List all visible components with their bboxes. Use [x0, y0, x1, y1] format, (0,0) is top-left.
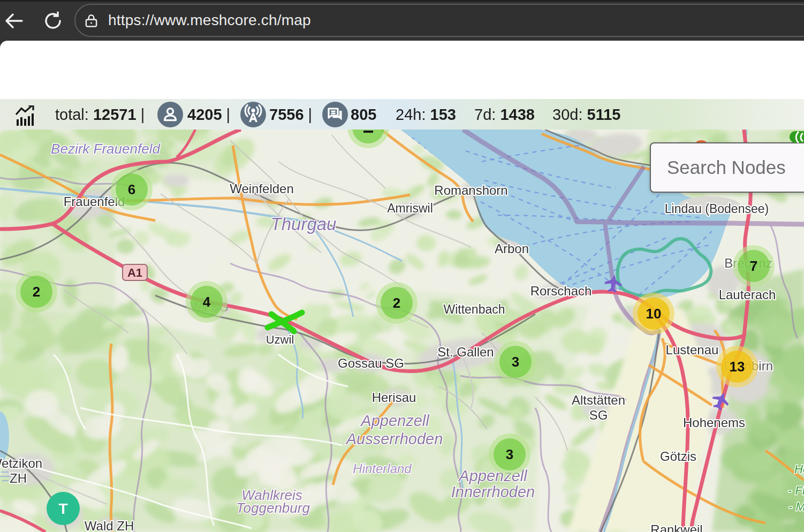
svg-text:Gossau SG: Gossau SG — [338, 356, 404, 370]
svg-text:Hinterland: Hinterland — [353, 461, 412, 476]
svg-text:10: 10 — [646, 306, 662, 322]
svg-text:A1: A1 — [127, 266, 142, 279]
svg-text:13: 13 — [730, 359, 745, 375]
svg-text:Thurgau: Thurgau — [271, 214, 337, 234]
svg-text:Arbon: Arbon — [495, 241, 529, 256]
svg-text:Ausserrhoden: Ausserrhoden — [345, 430, 443, 447]
svg-text:Lustenau: Lustenau — [666, 343, 719, 357]
svg-text:2: 2 — [33, 284, 40, 300]
svg-text:- Me: - Me — [788, 500, 804, 513]
svg-text:Wetzikon: Wetzikon — [0, 456, 42, 470]
svg-text:Altstätten: Altstätten — [572, 393, 625, 407]
svg-text:- Fre: - Fre — [788, 484, 804, 497]
svg-text:Lauterach: Lauterach — [719, 287, 776, 302]
svg-text:3: 3 — [512, 354, 519, 370]
svg-text:T: T — [58, 500, 67, 517]
svg-text:Lindau (Bodensee): Lindau (Bodensee) — [665, 202, 769, 216]
svg-text:4: 4 — [203, 294, 211, 310]
svg-text:ZH: ZH — [10, 471, 27, 485]
svg-text:Weinfelden: Weinfelden — [230, 181, 294, 196]
svg-text:Toggenburg: Toggenburg — [236, 500, 310, 516]
svg-text:Hoh: Hoh — [794, 462, 804, 476]
svg-text:7: 7 — [750, 258, 757, 274]
svg-text:Amriswil: Amriswil — [387, 201, 433, 215]
svg-text:Appenzell: Appenzell — [360, 412, 430, 429]
svg-text:SG: SG — [589, 408, 608, 422]
svg-text:Rankweil: Rankweil — [650, 522, 702, 532]
svg-text:Hohenems: Hohenems — [683, 415, 745, 430]
svg-text:2: 2 — [393, 295, 400, 311]
svg-text:3: 3 — [506, 446, 513, 462]
svg-text:6: 6 — [128, 181, 135, 197]
svg-text:Wittenbach: Wittenbach — [443, 302, 505, 316]
svg-text:Götzis: Götzis — [660, 449, 696, 463]
svg-text:Romanshorn: Romanshorn — [434, 183, 507, 197]
svg-text:St. Gallen: St. Gallen — [437, 345, 494, 359]
svg-text:Innerrhoden: Innerrhoden — [451, 483, 535, 500]
svg-text:Herisau: Herisau — [372, 390, 416, 405]
svg-text:Wald ZH: Wald ZH — [85, 519, 134, 532]
svg-text:Rorschach: Rorschach — [530, 284, 592, 298]
svg-text:Bezirk Frauenfeld: Bezirk Frauenfeld — [51, 141, 161, 157]
svg-text:Uzwil: Uzwil — [266, 333, 294, 346]
